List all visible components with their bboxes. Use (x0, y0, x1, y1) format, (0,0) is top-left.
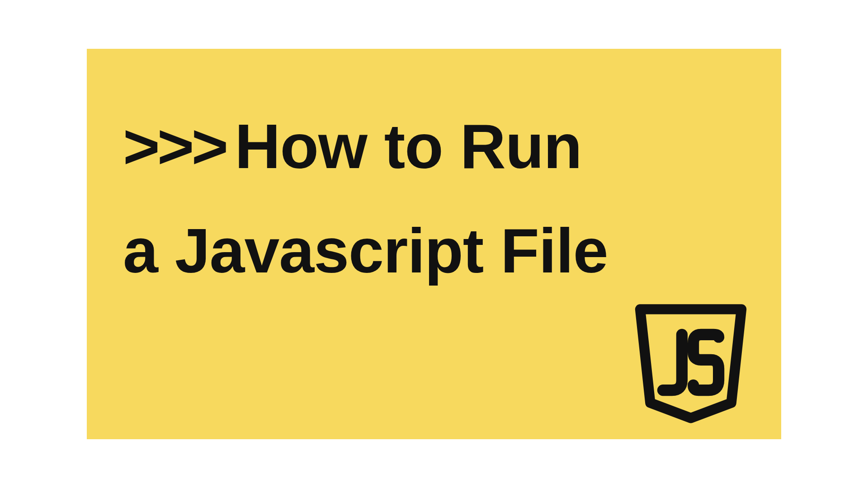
title-prefix: >>> (123, 111, 226, 182)
hero-banner: >>>How to Run a Javascript File (87, 49, 781, 439)
title-line-1: How to Run (235, 111, 582, 182)
javascript-icon (627, 299, 754, 426)
banner-title: >>>How to Run a Javascript File (123, 94, 745, 303)
title-line-2: a Javascript File (123, 215, 608, 286)
